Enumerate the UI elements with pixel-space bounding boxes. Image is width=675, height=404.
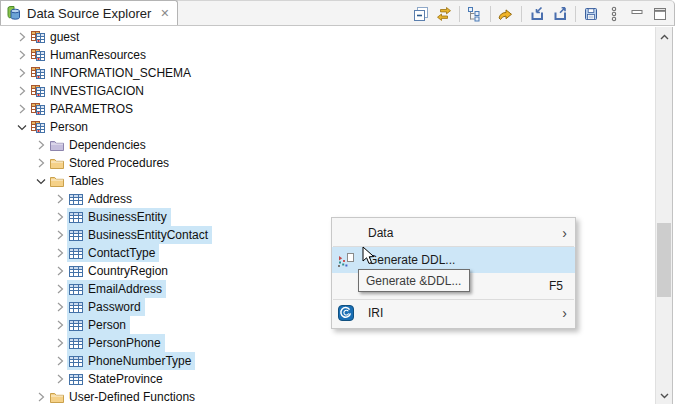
collapse-all-button[interactable] bbox=[465, 4, 485, 24]
tree-item[interactable]: Stored Procedures bbox=[0, 154, 654, 172]
tree-item[interactable]: INVESTIGACION bbox=[0, 82, 654, 100]
chevron-down-icon[interactable] bbox=[34, 173, 48, 189]
scroll-up-icon[interactable] bbox=[656, 29, 672, 45]
tree-item[interactable]: StateProvince bbox=[0, 370, 654, 388]
tree-item-selection: Address bbox=[67, 190, 136, 208]
tree-item[interactable]: guest bbox=[0, 28, 654, 46]
chevron-right-icon[interactable] bbox=[34, 389, 48, 404]
close-icon[interactable]: ✕ bbox=[160, 7, 169, 20]
tree-item[interactable]: Address bbox=[0, 190, 654, 208]
table-icon bbox=[68, 299, 84, 315]
chevron-right-icon[interactable] bbox=[34, 137, 48, 153]
tree-item-label: INVESTIGACION bbox=[50, 84, 144, 98]
chevron-right-icon[interactable] bbox=[53, 317, 67, 333]
chevron-right-icon[interactable] bbox=[15, 47, 29, 63]
connect-button[interactable] bbox=[496, 4, 516, 24]
chevron-right-icon[interactable] bbox=[15, 83, 29, 99]
view-title: Data Source Explorer bbox=[27, 6, 151, 21]
tree-item-selection: PARAMETROS bbox=[29, 100, 137, 118]
tree-item-label: Tables bbox=[69, 174, 104, 188]
chevron-down-icon[interactable] bbox=[15, 119, 29, 135]
tree-item[interactable]: Tables bbox=[0, 172, 654, 190]
tree-item[interactable]: PARAMETROS bbox=[0, 100, 654, 118]
data-source-explorer-view: Data Source Explorer ✕ guestHumanResourc… bbox=[0, 0, 675, 404]
chevron-right-icon[interactable] bbox=[53, 299, 67, 315]
tree-item[interactable]: INFORMATION_SCHEMA bbox=[0, 64, 654, 82]
table-icon bbox=[68, 335, 84, 351]
tree-item-label: Address bbox=[88, 192, 132, 206]
tree-item-label: PhoneNumberType bbox=[88, 354, 191, 368]
toolbar-separator bbox=[575, 6, 576, 22]
table-icon bbox=[68, 353, 84, 369]
tree-item[interactable]: PersonPhone bbox=[0, 334, 654, 352]
chevron-right-icon[interactable] bbox=[15, 101, 29, 117]
scroll-down-icon[interactable] bbox=[656, 388, 672, 404]
menu-item-accelerator: F5 bbox=[549, 279, 563, 293]
chevron-right-icon[interactable] bbox=[34, 155, 48, 171]
menu-item-iri[interactable]: IRI› bbox=[332, 300, 575, 326]
chevron-right-icon[interactable] bbox=[53, 371, 67, 387]
table-icon bbox=[68, 191, 84, 207]
submenu-arrow-icon: › bbox=[562, 226, 567, 240]
tree-item-label: EmailAddress bbox=[88, 282, 162, 296]
chevron-right-icon[interactable] bbox=[53, 335, 67, 351]
mouse-cursor-icon bbox=[362, 246, 375, 265]
iri-icon bbox=[337, 305, 355, 321]
vertical-scrollbar[interactable] bbox=[655, 27, 673, 404]
tooltip: Generate &DDL... bbox=[358, 269, 470, 292]
maximize-button[interactable] bbox=[650, 4, 670, 24]
chevron-right-icon[interactable] bbox=[53, 191, 67, 207]
tree-item-label: PersonPhone bbox=[88, 336, 161, 350]
tree-item-selection: Password bbox=[67, 298, 145, 316]
toolbar-separator bbox=[459, 6, 460, 22]
menu-icon-placeholder bbox=[337, 225, 355, 241]
chevron-right-icon[interactable] bbox=[53, 245, 67, 261]
export-profile-button[interactable] bbox=[550, 4, 570, 24]
tree-item[interactable]: HumanResources bbox=[0, 46, 654, 64]
view-menu-button[interactable] bbox=[604, 4, 624, 24]
table-icon bbox=[68, 317, 84, 333]
import-profile-button[interactable] bbox=[527, 4, 547, 24]
generateddl-icon bbox=[337, 252, 355, 268]
tree-item-selection: PersonPhone bbox=[67, 334, 165, 352]
maximize-icon bbox=[652, 6, 668, 22]
collapse-windows-button[interactable] bbox=[411, 4, 431, 24]
tree-item-label: Dependencies bbox=[69, 138, 146, 152]
tree-item-label: Stored Procedures bbox=[69, 156, 169, 170]
tree-item-selection: Tables bbox=[48, 172, 108, 190]
link-with-editor-button[interactable] bbox=[434, 4, 454, 24]
chevron-right-icon[interactable] bbox=[53, 227, 67, 243]
tree-item-selection: PhoneNumberType bbox=[67, 352, 195, 370]
minimize-button[interactable] bbox=[627, 4, 647, 24]
minimize-icon bbox=[629, 6, 645, 22]
tree-item-label: BusinessEntityContact bbox=[88, 228, 208, 242]
tree-item-label: Person bbox=[88, 318, 126, 332]
save-button[interactable] bbox=[581, 4, 601, 24]
chevron-right-icon[interactable] bbox=[15, 29, 29, 45]
chevron-right-icon[interactable] bbox=[53, 353, 67, 369]
tree-item-selection: INVESTIGACION bbox=[29, 82, 148, 100]
table-icon bbox=[68, 281, 84, 297]
tree-item-label: Password bbox=[88, 300, 141, 314]
chevron-right-icon[interactable] bbox=[53, 281, 67, 297]
scrollbar-thumb[interactable] bbox=[657, 223, 671, 297]
tree-item[interactable]: User-Defined Functions bbox=[0, 388, 654, 404]
chevron-right-icon[interactable] bbox=[15, 65, 29, 81]
tab-data-source-explorer[interactable]: Data Source Explorer ✕ bbox=[0, 0, 178, 25]
tree-item-selection: INFORMATION_SCHEMA bbox=[29, 64, 195, 82]
chevron-right-icon[interactable] bbox=[53, 209, 67, 225]
tree-item[interactable]: Person bbox=[0, 118, 654, 136]
tree-item-selection: Stored Procedures bbox=[48, 154, 173, 172]
tree-item[interactable]: PhoneNumberType bbox=[0, 352, 654, 370]
schema-icon bbox=[30, 47, 46, 63]
tree-item-selection: ContactType bbox=[67, 244, 159, 262]
tree: guestHumanResourcesINFORMATION_SCHEMAINV… bbox=[0, 27, 654, 404]
tree-item-selection: Person bbox=[67, 316, 130, 334]
tree-item[interactable]: Dependencies bbox=[0, 136, 654, 154]
tree-item-selection: BusinessEntityContact bbox=[67, 226, 212, 244]
menu-item-data[interactable]: Data› bbox=[332, 220, 575, 246]
chevron-right-icon[interactable] bbox=[53, 263, 67, 279]
tree-item-selection: HumanResources bbox=[29, 46, 150, 64]
tree-item-label: PARAMETROS bbox=[50, 102, 133, 116]
tree-item-label: User-Defined Functions bbox=[69, 390, 195, 404]
